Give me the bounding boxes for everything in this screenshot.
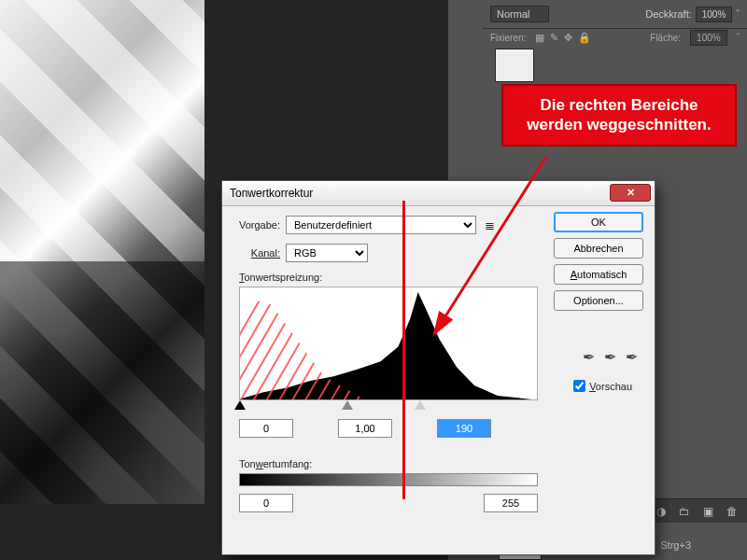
channel-label: Kanal: xyxy=(245,247,280,259)
channel-dropdown[interactable]: RGB xyxy=(286,244,368,262)
fill-value[interactable]: 100% xyxy=(690,30,727,46)
opacity-value[interactable]: 100% xyxy=(696,7,733,22)
annotation-line1: Die rechten Bereiche xyxy=(540,96,698,114)
annotation-arrow xyxy=(518,157,520,343)
lock-paint-icon[interactable]: ✎ xyxy=(550,32,558,44)
lock-label: Fixieren: xyxy=(490,33,526,43)
chevron-down-icon[interactable]: ˇ xyxy=(737,33,740,43)
layer-thumbnail[interactable] xyxy=(495,49,534,82)
dialog-title: Tonwertkorrektur xyxy=(230,187,313,200)
eyedropper-white-icon[interactable]: ✒ xyxy=(626,348,638,366)
folder-icon[interactable]: 🗀 xyxy=(679,505,690,518)
svg-line-0 xyxy=(434,157,546,334)
input-gamma-field[interactable] xyxy=(338,419,392,438)
opacity-label: Deckkraft: xyxy=(645,8,692,20)
layers-lock-row: Fixieren: ▦ ✎ ✥ 🔒 Fläche: 100% ˇ xyxy=(483,26,747,49)
gamma-slider[interactable] xyxy=(342,400,353,410)
output-gradient[interactable] xyxy=(239,473,538,486)
preview-label: Vorschau xyxy=(589,381,632,392)
layers-header: Normal Deckkraft: 100% ˇ xyxy=(483,0,747,29)
close-button[interactable]: ✕ xyxy=(610,184,651,202)
adjustment-icon[interactable]: ◑ xyxy=(656,505,666,518)
output-black-field[interactable] xyxy=(239,494,293,512)
blend-mode-dropdown[interactable]: Normal xyxy=(490,6,549,22)
clipped-region-hatch xyxy=(240,287,361,400)
annotation-line2: werden weggeschnitten. xyxy=(527,116,711,133)
annotation-vertical-line xyxy=(402,201,405,499)
document-canvas[interactable] xyxy=(0,0,204,504)
white-point-slider[interactable] xyxy=(415,400,426,410)
output-label: Tonwertumfang: xyxy=(239,458,538,469)
lock-transparency-icon[interactable]: ▦ xyxy=(535,32,544,44)
trash-icon[interactable]: 🗑 xyxy=(726,505,738,518)
fill-label: Fläche: xyxy=(650,33,681,43)
new-layer-icon[interactable]: ▣ xyxy=(703,505,713,518)
input-black-field[interactable] xyxy=(239,419,293,438)
preview-checkbox[interactable] xyxy=(573,380,585,392)
chevron-down-icon[interactable]: ˇ xyxy=(736,8,740,20)
lock-position-icon[interactable]: ✥ xyxy=(564,32,572,44)
preset-label: Vorgabe: xyxy=(233,219,280,231)
black-point-slider[interactable] xyxy=(234,400,246,410)
input-white-field[interactable] xyxy=(437,419,491,438)
output-white-field[interactable] xyxy=(484,494,538,512)
lock-all-icon[interactable]: 🔒 xyxy=(578,32,591,44)
input-slider-track[interactable] xyxy=(239,400,538,413)
annotation-callout: Die rechten Bereiche werden weggeschnitt… xyxy=(501,84,737,147)
